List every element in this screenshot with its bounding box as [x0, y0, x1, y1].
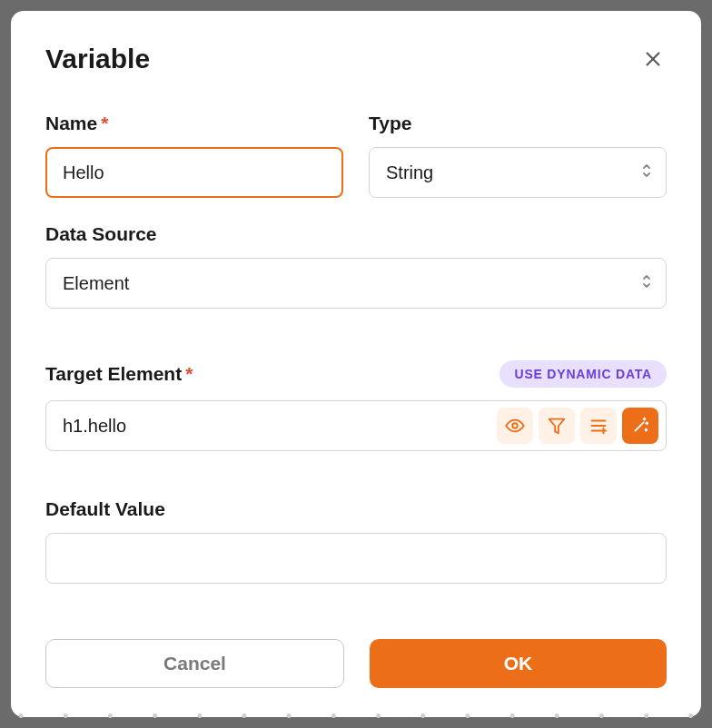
magic-wand-button[interactable]	[622, 408, 658, 444]
name-field: Name*	[45, 113, 343, 198]
name-input[interactable]	[45, 147, 343, 198]
target-element-field: Target Element* USE DYNAMIC DATA	[45, 360, 667, 472]
data-source-select-wrapper: Element	[45, 258, 667, 309]
target-element-label-row: Target Element* USE DYNAMIC DATA	[45, 360, 667, 388]
filter-button[interactable]	[539, 408, 575, 444]
preview-button[interactable]	[497, 408, 533, 444]
data-source-select[interactable]: Element	[45, 258, 667, 309]
add-list-button[interactable]	[580, 408, 617, 444]
type-field: Type String	[369, 113, 667, 198]
default-value-input[interactable]	[45, 533, 667, 584]
variable-modal: Variable Name* Type String	[11, 11, 701, 717]
data-source-label: Data Source	[45, 223, 667, 245]
modal-header: Variable	[45, 44, 667, 74]
svg-marker-3	[549, 419, 565, 434]
close-button[interactable]	[639, 45, 667, 73]
required-indicator: *	[185, 363, 193, 384]
type-label: Type	[369, 113, 667, 134]
filter-icon	[547, 416, 567, 436]
svg-point-2	[512, 424, 518, 429]
target-element-label: Target Element*	[45, 363, 193, 385]
ok-button[interactable]: OK	[370, 639, 667, 688]
svg-line-9	[636, 423, 644, 431]
form-body: Name* Type String	[45, 113, 667, 610]
type-select[interactable]: String	[369, 147, 667, 198]
target-element-label-text: Target Element	[45, 363, 182, 384]
name-label: Name*	[45, 113, 343, 134]
default-value-label: Default Value	[45, 498, 667, 520]
target-element-input-wrapper	[45, 400, 667, 451]
default-value-field: Default Value	[45, 498, 667, 610]
type-select-wrapper: String	[369, 147, 667, 198]
modal-title: Variable	[45, 44, 150, 74]
target-icon-group	[497, 408, 658, 444]
type-value: String	[386, 162, 433, 183]
name-type-row: Name* Type String	[45, 113, 667, 198]
data-source-value: Element	[63, 273, 129, 294]
cancel-button[interactable]: Cancel	[45, 639, 344, 688]
close-icon	[643, 49, 663, 69]
name-label-text: Name	[45, 113, 97, 133]
magic-wand-icon	[630, 416, 650, 436]
dynamic-data-badge[interactable]: USE DYNAMIC DATA	[499, 360, 667, 388]
eye-icon	[505, 416, 525, 436]
data-source-field: Data Source Element	[45, 223, 667, 335]
target-element-input[interactable]	[63, 401, 497, 450]
required-indicator: *	[101, 113, 108, 133]
modal-footer: Cancel OK	[45, 639, 667, 688]
list-plus-icon	[588, 416, 608, 436]
